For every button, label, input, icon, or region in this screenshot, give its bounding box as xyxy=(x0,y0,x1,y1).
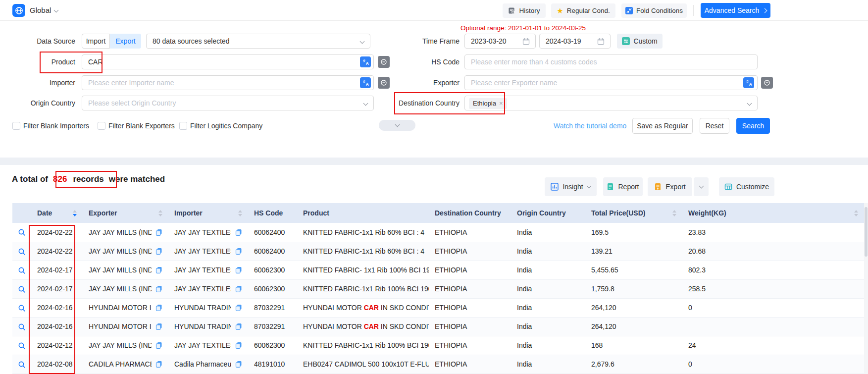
copy-icon[interactable] xyxy=(231,361,242,368)
results-table-body: 2024-02-22JAY JAY MILLS (INDIJAY JAY TEX… xyxy=(12,223,864,374)
row-detail-magnifier-icon[interactable] xyxy=(18,248,26,256)
cell-weight: 802.3 xyxy=(682,261,864,279)
filter-blank-importers-checkbox[interactable] xyxy=(12,122,20,130)
save-as-regular-button[interactable]: Save as Regular xyxy=(632,118,693,134)
copy-icon[interactable] xyxy=(152,267,162,273)
insight-button-label: Insight xyxy=(562,183,583,191)
customize-button-label: Customize xyxy=(736,183,769,191)
copy-icon[interactable] xyxy=(231,304,242,311)
sort-control[interactable] xyxy=(73,210,77,216)
cell-exporter: JAY JAY MILLS (INDI xyxy=(83,279,168,298)
filter-logistics-company-checkbox[interactable] xyxy=(179,122,187,130)
exporter-input[interactable] xyxy=(464,75,758,90)
translate-icon[interactable]: A xyxy=(360,56,371,67)
search-button[interactable]: Search xyxy=(736,118,770,134)
column-header-total-price-usd[interactable]: Total Price(USD) xyxy=(585,203,682,223)
destination-country-select[interactable]: Ethiopia × xyxy=(464,96,758,110)
import-tab[interactable]: Import xyxy=(82,34,110,49)
market-selector-label[interactable]: Global xyxy=(30,0,51,21)
row-detail-magnifier-icon[interactable] xyxy=(18,304,26,312)
origin-country-select[interactable]: Please select Origin Country xyxy=(82,96,374,110)
data-sources-select[interactable]: 80 data sources selected xyxy=(146,34,370,49)
importer-input[interactable] xyxy=(82,75,374,90)
cell-hs-code: 60062400 xyxy=(248,223,297,242)
customize-button[interactable]: Customize xyxy=(719,177,774,196)
copy-icon[interactable] xyxy=(152,229,162,236)
export-dropdown-button[interactable] xyxy=(694,177,709,196)
cell-row-actions xyxy=(12,279,31,298)
cell-date: 2024-02-17 xyxy=(31,279,83,298)
section-divider xyxy=(0,158,868,165)
cell-product: KNITTED FABRIC-1x1 Rib 60% BCI : 4 xyxy=(297,223,429,242)
regular-cond-button[interactable]: ★ Regular Cond. xyxy=(551,3,615,18)
column-header-date[interactable]: Date xyxy=(31,203,83,223)
translate-icon[interactable]: A xyxy=(360,77,371,88)
copy-icon[interactable] xyxy=(152,285,162,292)
custom-button-label: Custom xyxy=(633,37,657,45)
tutorial-demo-link[interactable]: Watch the tutorial demo xyxy=(554,119,626,133)
copy-icon[interactable] xyxy=(152,323,162,330)
copy-icon[interactable] xyxy=(152,361,162,368)
hs-code-input[interactable] xyxy=(464,54,758,69)
cell-origin-country: India xyxy=(511,279,585,298)
chevron-down-icon xyxy=(586,184,591,189)
product-input[interactable] xyxy=(82,54,374,69)
column-header-weight-kg[interactable]: Weight(KG) xyxy=(682,203,864,223)
collapse-conditions-button[interactable] xyxy=(379,120,415,131)
history-button[interactable]: History xyxy=(503,3,546,18)
reset-button[interactable]: Reset xyxy=(700,118,729,134)
sort-control[interactable] xyxy=(854,210,858,216)
row-detail-magnifier-icon[interactable] xyxy=(18,323,26,331)
destination-tag: Ethiopia × xyxy=(469,98,507,109)
customize-icon xyxy=(724,183,732,191)
custom-range-button[interactable]: Custom xyxy=(617,34,663,49)
copy-icon[interactable] xyxy=(231,248,242,255)
copy-icon[interactable] xyxy=(231,323,242,330)
cell-destination-country: ETHIOPIA xyxy=(429,336,511,355)
copy-icon[interactable] xyxy=(231,285,242,292)
column-header-importer[interactable]: Importer xyxy=(168,203,248,223)
column-header-exporter[interactable]: Exporter xyxy=(83,203,168,223)
remove-tag-icon[interactable]: × xyxy=(499,98,503,109)
row-detail-magnifier-icon[interactable] xyxy=(18,285,26,293)
insight-button[interactable]: Insight xyxy=(545,177,597,196)
scrollbar-thumb[interactable] xyxy=(865,207,868,257)
sort-control[interactable] xyxy=(672,210,676,216)
fold-conditions-button[interactable]: Fold Conditions xyxy=(621,3,687,18)
copy-icon[interactable] xyxy=(152,342,162,349)
chevron-down-icon xyxy=(395,122,400,127)
table-row: 2024-02-22JAY JAY MILLS (INDIJAY JAY TEX… xyxy=(12,223,864,242)
calendar-icon[interactable] xyxy=(597,38,605,47)
cell-exporter: JAY JAY MILLS (INDI xyxy=(83,242,168,261)
sort-control[interactable] xyxy=(158,210,162,216)
copy-icon[interactable] xyxy=(231,229,242,236)
row-detail-magnifier-icon[interactable] xyxy=(18,228,26,236)
copy-icon[interactable] xyxy=(152,304,162,311)
row-detail-magnifier-icon[interactable] xyxy=(18,342,26,350)
chevron-right-icon xyxy=(763,8,767,13)
filter-logistics-company-label: Filter Logitics Company xyxy=(190,119,262,133)
copy-icon[interactable] xyxy=(231,267,242,273)
cell-importer: JAY JAY TEXTILES xyxy=(168,279,248,298)
export-tab[interactable]: Export xyxy=(110,34,141,49)
fold-icon xyxy=(625,7,633,14)
export-button[interactable]: Export xyxy=(648,177,692,196)
calendar-icon[interactable] xyxy=(522,38,530,47)
column-header-label: Exporter xyxy=(89,209,117,217)
sort-control[interactable] xyxy=(238,210,242,216)
translate-icon[interactable]: A xyxy=(743,77,754,88)
chevron-down-icon[interactable] xyxy=(54,8,59,13)
row-detail-magnifier-icon[interactable] xyxy=(18,267,26,274)
report-button[interactable]: Report xyxy=(603,177,643,196)
advanced-search-button[interactable]: Advanced Search xyxy=(701,3,770,18)
fuzzy-match-icon[interactable] xyxy=(761,77,773,89)
cell-origin-country: India xyxy=(511,242,585,261)
cell-exporter: JAY JAY MILLS (INDI xyxy=(83,261,168,279)
filter-blank-exporters-checkbox[interactable] xyxy=(98,122,105,130)
cell-hs-code: 87032291 xyxy=(248,317,297,336)
row-detail-magnifier-icon[interactable] xyxy=(18,361,26,369)
copy-icon[interactable] xyxy=(152,248,162,255)
table-row: 2024-02-12JAY JAY MILLS (INDIJAY JAY TEX… xyxy=(12,336,864,355)
copy-icon[interactable] xyxy=(231,342,242,349)
results-summary: A total of 826 records were matched xyxy=(12,171,165,187)
